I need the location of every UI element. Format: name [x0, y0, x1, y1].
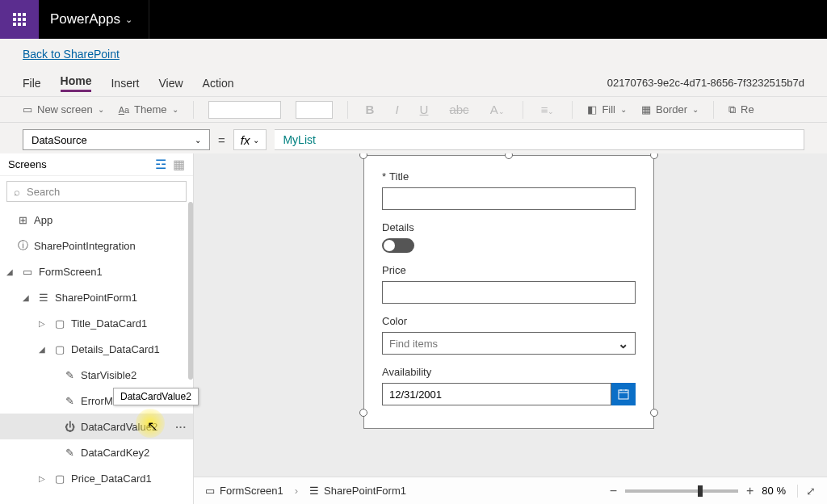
selection-handle[interactable] — [359, 409, 367, 417]
expand-icon[interactable]: ▷ — [39, 474, 48, 483]
availability-input[interactable] — [382, 383, 611, 405]
chevron-down-icon: ⌄ — [253, 136, 259, 145]
align-button[interactable]: ≡⌄ — [538, 103, 558, 116]
bold-button[interactable]: B — [363, 103, 378, 116]
zoom-percent: 80 % — [762, 485, 786, 497]
property-selector[interactable]: DataSource ⌄ — [23, 129, 210, 150]
fill-button[interactable]: ◧ Fill ⌄ — [587, 103, 627, 116]
collapse-icon[interactable]: ◢ — [23, 293, 32, 302]
chevron-down-icon: ⌄ — [692, 105, 699, 114]
chevron-down-icon: ⌄ — [620, 105, 627, 114]
tab-insert[interactable]: Insert — [111, 77, 139, 90]
calendar-button[interactable] — [611, 383, 636, 405]
svg-rect-2 — [23, 13, 26, 16]
label-icon: ✎ — [63, 447, 76, 459]
tree-item-starvisible2[interactable]: ✎StarVisible2 — [0, 362, 193, 388]
tab-home[interactable]: Home — [61, 74, 92, 92]
divider — [713, 101, 714, 119]
zoom-in-button[interactable]: + — [746, 484, 754, 498]
ribbon: ▭ New screen ⌄ Aa Theme ⌄ B I U abc A⌄ ≡… — [0, 97, 827, 123]
back-to-sharepoint-link[interactable]: Back to SharePoint — [23, 48, 120, 61]
grid-view-icon[interactable]: ▦ — [173, 157, 185, 172]
field-availability: Availability — [382, 366, 636, 405]
search-icon: ⌕ — [14, 186, 20, 198]
new-screen-button[interactable]: ▭ New screen ⌄ — [23, 103, 104, 116]
chevron-down-icon: ⌄ — [172, 105, 178, 114]
fullscreen-button[interactable]: ⤢ — [797, 485, 816, 498]
card-icon: ▢ — [53, 472, 66, 485]
divider — [347, 101, 348, 119]
tab-file[interactable]: File — [23, 77, 41, 90]
italic-button[interactable]: I — [392, 103, 401, 116]
expand-icon[interactable]: ▷ — [39, 319, 48, 328]
details-toggle[interactable] — [382, 238, 414, 253]
zoom-controls: − + 80 % — [610, 484, 786, 498]
tree-item-datacardvalue2[interactable]: ⏻DataCardValue2··· — [0, 414, 193, 439]
collapse-icon[interactable]: ◢ — [6, 267, 16, 276]
screens-header: Screens ☲ ▦ — [0, 153, 193, 176]
underline-button[interactable]: U — [417, 103, 432, 116]
selection-handle[interactable] — [650, 409, 658, 417]
tree-item-price-datacard1[interactable]: ▷▢Price_DataCard1 — [0, 465, 193, 491]
tree-item-datacardkey2[interactable]: ✎DataCardKey2 — [0, 439, 193, 465]
search-input[interactable]: ⌕ Search — [6, 181, 187, 202]
breadcrumb-separator: › — [295, 485, 298, 497]
title-input[interactable] — [382, 187, 636, 210]
title-bar: PowerApps ⌄ — [0, 0, 827, 39]
chevron-down-icon: ⌄ — [98, 105, 104, 114]
breadcrumb-sharepointform1[interactable]: ☰ SharePointForm1 — [309, 485, 406, 497]
label-icon: ✎ — [63, 369, 76, 381]
app-name-dropdown[interactable]: PowerApps ⌄ — [39, 11, 144, 27]
field-title: *Title — [382, 170, 636, 210]
field-details: Details — [382, 221, 636, 253]
svg-rect-3 — [13, 18, 16, 21]
divider — [572, 101, 573, 119]
svg-rect-9 — [619, 390, 628, 399]
font-size-dropdown[interactable] — [296, 101, 333, 119]
field-color: Color Find items ⌄ — [382, 315, 636, 355]
zoom-slider[interactable] — [625, 489, 738, 493]
tab-action[interactable]: Action — [203, 77, 234, 90]
color-dropdown[interactable]: Find items ⌄ — [382, 332, 636, 355]
chevron-down-icon: ⌄ — [125, 15, 132, 25]
svg-rect-4 — [18, 18, 21, 21]
card-icon: ▢ — [53, 317, 66, 330]
zoom-out-button[interactable]: − — [610, 484, 617, 498]
selection-handle[interactable] — [650, 153, 658, 159]
font-family-dropdown[interactable] — [208, 101, 281, 119]
more-icon[interactable]: ··· — [175, 421, 187, 433]
sharepoint-form[interactable]: *Title Details Price Color Find items ⌄ … — [363, 155, 654, 429]
tree-item-sharepointform1[interactable]: ◢☰SharePointForm1 — [0, 284, 193, 310]
back-row: Back to SharePoint — [0, 39, 827, 69]
zoom-thumb[interactable] — [698, 485, 703, 497]
reorder-button[interactable]: ⧉ Re — [728, 103, 754, 116]
tree-item-app[interactable]: ⊞App — [0, 207, 193, 233]
divider — [523, 101, 523, 119]
fx-button[interactable]: fx⌄ — [233, 129, 267, 150]
scrollbar-thumb[interactable] — [188, 202, 193, 380]
tree-item-details-datacard1[interactable]: ◢▢Details_DataCard1 — [0, 336, 193, 362]
tree-item-formscreen1[interactable]: ◢▭FormScreen1 — [0, 258, 193, 284]
main-area: Screens ☲ ▦ ⌕ Search ⊞App ⓘSharePointInt… — [0, 153, 827, 504]
fill-icon: ◧ — [587, 103, 597, 116]
list-view-icon[interactable]: ☲ — [155, 157, 166, 172]
breadcrumb-formscreen1[interactable]: ▭ FormScreen1 — [205, 485, 283, 497]
price-input[interactable] — [382, 281, 636, 304]
screens-panel: Screens ☲ ▦ ⌕ Search ⊞App ⓘSharePointInt… — [0, 153, 194, 504]
collapse-icon[interactable]: ◢ — [39, 345, 48, 354]
svg-rect-1 — [18, 13, 21, 16]
border-icon: ▦ — [641, 103, 651, 116]
border-button[interactable]: ▦ Border ⌄ — [641, 103, 699, 116]
canvas[interactable]: *Title Details Price Color Find items ⌄ … — [194, 153, 827, 504]
card-icon: ▢ — [53, 343, 66, 355]
theme-button[interactable]: Aa Theme ⌄ — [119, 103, 178, 116]
tree-item-title-datacard1[interactable]: ▷▢Title_DataCard1 — [0, 310, 193, 336]
font-color-button[interactable]: A⌄ — [487, 103, 508, 116]
formula-input[interactable]: MyList — [275, 129, 804, 150]
app-icon: ⊞ — [16, 214, 29, 226]
form-icon: ☰ — [37, 292, 50, 304]
tree-item-sharepointintegration[interactable]: ⓘSharePointIntegration — [0, 233, 193, 258]
strikethrough-button[interactable]: abc — [446, 103, 472, 116]
app-launcher-icon[interactable] — [0, 0, 39, 39]
tab-view[interactable]: View — [158, 77, 183, 90]
